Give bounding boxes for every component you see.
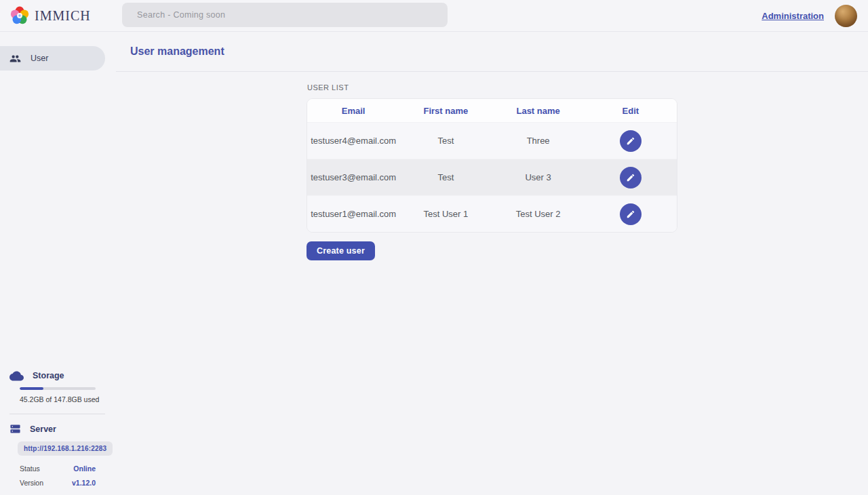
sidebar-item-user[interactable]: User	[0, 46, 105, 71]
server-icon	[9, 423, 21, 435]
version-value: v1.12.0	[72, 479, 96, 487]
server-version-row: Version v1.12.0	[20, 479, 96, 487]
column-header-first-name: First name	[399, 106, 492, 116]
sidebar-bottom: Storage 45.2GB of 147.8GB used Server	[0, 370, 116, 487]
table-row: testuser3@email.com Test User 3	[307, 159, 677, 195]
immich-logo-icon	[10, 6, 29, 25]
server-title: Server	[30, 424, 56, 434]
user-table: Email First name Last name Edit testuser…	[307, 98, 677, 233]
main-content: User management USER LIST Email First na…	[116, 32, 868, 495]
pencil-icon	[626, 136, 635, 146]
cell-first-name: Test	[399, 172, 492, 182]
cell-email: testuser1@email.com	[307, 209, 399, 219]
brand-name: IMMICH	[35, 8, 91, 24]
storage-title: Storage	[33, 371, 64, 380]
cell-email: testuser3@email.com	[307, 172, 399, 182]
cell-email: testuser4@email.com	[307, 136, 399, 146]
sidebar-item-label: User	[31, 54, 48, 63]
search-placeholder: Search - Coming soon	[137, 10, 225, 20]
cell-last-name: Three	[492, 136, 585, 146]
server-url-badge: http://192.168.1.216:2283	[18, 441, 113, 456]
sidebar: User Storage 45.2GB of 147.8GB used	[0, 32, 116, 495]
storage-section-header: Storage	[0, 370, 116, 381]
column-header-edit: Edit	[585, 106, 677, 116]
pencil-icon	[626, 173, 635, 182]
user-avatar[interactable]	[835, 5, 857, 27]
administration-link[interactable]: Administration	[762, 11, 824, 21]
cell-last-name: Test User 2	[492, 209, 585, 219]
page-title: User management	[130, 45, 224, 58]
server-status-row: Status Online	[20, 464, 96, 473]
cell-first-name: Test User 1	[399, 209, 492, 219]
users-icon	[9, 53, 21, 64]
storage-progress-fill	[20, 387, 43, 390]
sidebar-divider	[9, 414, 105, 414]
status-value: Online	[73, 464, 96, 473]
edit-user-button[interactable]	[620, 167, 642, 189]
server-section-header: Server	[0, 423, 116, 435]
table-row: testuser1@email.com Test User 1 Test Use…	[307, 195, 677, 232]
column-header-last-name: Last name	[492, 106, 585, 116]
search-input[interactable]: Search - Coming soon	[122, 3, 448, 27]
storage-usage-text: 45.2GB of 147.8GB used	[20, 395, 116, 403]
column-header-email: Email	[307, 106, 399, 116]
storage-progress-bar	[20, 387, 96, 390]
topbar-right: Administration	[762, 0, 857, 32]
user-list-label: USER LIST	[307, 83, 677, 92]
cell-first-name: Test	[399, 136, 492, 146]
status-label: Status	[20, 464, 40, 473]
brand: IMMICH	[10, 6, 91, 25]
pencil-icon	[626, 210, 635, 219]
table-row: testuser4@email.com Test Three	[307, 122, 677, 159]
version-label: Version	[20, 479, 43, 487]
page-header: User management	[116, 32, 868, 72]
cell-last-name: User 3	[492, 172, 585, 182]
cloud-icon	[9, 370, 24, 381]
create-user-button[interactable]: Create user	[307, 241, 375, 260]
table-header: Email First name Last name Edit	[307, 99, 677, 122]
edit-user-button[interactable]	[620, 130, 642, 152]
edit-user-button[interactable]	[620, 203, 642, 225]
top-navigation-bar: IMMICH Search - Coming soon Administrati…	[0, 0, 868, 32]
